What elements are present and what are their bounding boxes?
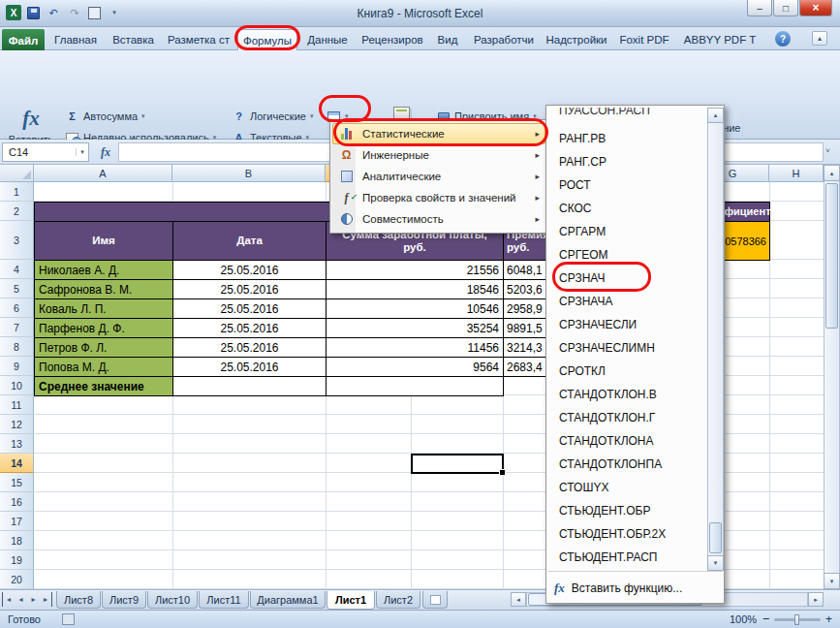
menu-item-engineering[interactable]: Инженерные ▸	[332, 144, 545, 166]
restore-icon[interactable]: □	[773, 0, 798, 16]
table-header-date[interactable]: Дата	[172, 221, 327, 261]
zoom-out-icon[interactable]: −	[762, 612, 770, 626]
row-header-18[interactable]: 18	[0, 531, 34, 550]
submenu-item[interactable]: РОСТ	[546, 173, 707, 197]
sheet-tab-list10[interactable]: Лист10	[147, 591, 198, 609]
next-sheet-icon[interactable]: ▸	[27, 592, 40, 607]
submenu-item[interactable]: СТЬЮДЕНТ.РАСП	[546, 546, 707, 569]
menu-item-compatibility[interactable]: Совместимость ▸	[332, 208, 545, 230]
cell-date[interactable]: 25.05.2016	[172, 337, 327, 358]
cell-salary[interactable]: 10546	[326, 298, 504, 319]
row-header-19[interactable]: 19	[0, 550, 34, 570]
submenu-item[interactable]: СТАНДОТКЛОН.Г	[546, 406, 707, 429]
insert-function-fx-button[interactable]: fx	[95, 142, 116, 162]
submenu-item[interactable]: СРЗНАЧА	[546, 290, 707, 313]
help-icon[interactable]: ?	[775, 31, 791, 47]
cell-date[interactable]: 25.05.2016	[172, 279, 327, 299]
submenu-item-clipped[interactable]: ПУАССОН.РАСП	[546, 108, 707, 127]
row-header-3[interactable]: 3	[0, 221, 34, 260]
column-header-a[interactable]: A	[34, 165, 172, 182]
cell-name[interactable]: Попова М. Д.	[34, 357, 173, 377]
submenu-item[interactable]: СРЗНАЧЕСЛИ	[546, 313, 707, 336]
cell-name[interactable]: Парфенов Д. Ф.	[34, 318, 173, 338]
tab-formulas[interactable]: Формулы	[237, 29, 297, 51]
row-header-7[interactable]: 7	[0, 318, 34, 337]
cell-name[interactable]: Сафронова В. М.	[34, 279, 173, 299]
cell-salary[interactable]: 21556	[326, 260, 504, 280]
cell-name[interactable]: Николаев А. Д.	[34, 260, 173, 280]
submenu-item[interactable]: СРГАРМ	[546, 220, 707, 243]
hscroll-left-icon[interactable]: ◂	[511, 592, 526, 607]
cell-empty[interactable]	[172, 376, 327, 396]
submenu-item[interactable]: СРОТКЛ	[546, 360, 707, 383]
row-header-14[interactable]: 14	[0, 454, 34, 473]
last-sheet-icon[interactable]: ▸	[40, 592, 52, 607]
cell-salary[interactable]: 35254	[326, 318, 504, 338]
cell-name[interactable]: Петров Ф. Л.	[34, 337, 173, 358]
sheet-tab-list8[interactable]: Лист8	[56, 591, 101, 609]
cell-average-label[interactable]: Среднее значение	[34, 376, 173, 396]
zoom-level[interactable]: 100%	[730, 613, 757, 625]
row-header-4[interactable]: 4	[0, 260, 34, 279]
minimize-icon[interactable]: –	[747, 0, 772, 16]
zoom-in-icon[interactable]: +	[825, 612, 832, 626]
close-icon[interactable]: ×	[799, 0, 832, 16]
row-header-20[interactable]: 20	[0, 570, 34, 589]
select-all-corner[interactable]	[0, 165, 34, 182]
submenu-item[interactable]: СРЗНАЧЕСЛИМН	[546, 336, 707, 360]
cell-date[interactable]: 25.05.2016	[172, 260, 327, 280]
table-header-name[interactable]: Имя	[34, 221, 173, 261]
sheet-tab-list9[interactable]: Лист9	[102, 591, 146, 609]
cell-date[interactable]: 25.05.2016	[172, 318, 327, 338]
selected-cell-c14[interactable]	[411, 454, 504, 474]
submenu-item-srznach[interactable]: СРЗНАЧ	[546, 267, 707, 290]
tab-home[interactable]: Главная	[47, 29, 104, 50]
expand-formula-bar-icon[interactable]: ˅	[825, 146, 830, 155]
row-header-5[interactable]: 5	[0, 279, 34, 298]
collapse-ribbon-icon[interactable]: ▴	[812, 31, 827, 46]
vertical-scroll-thumb[interactable]	[825, 183, 838, 329]
row-header-9[interactable]: 9	[0, 357, 34, 376]
prev-sheet-icon[interactable]: ◂	[15, 592, 27, 607]
sheet-tab-list2[interactable]: Лист2	[376, 591, 420, 609]
row-header-6[interactable]: 6	[0, 298, 34, 318]
cell-date[interactable]: 25.05.2016	[172, 298, 327, 319]
submenu-scroll-thumb[interactable]	[709, 522, 722, 553]
insert-function-menu-item[interactable]: Вставить функцию...	[546, 574, 724, 603]
row-header-2[interactable]: 2	[0, 202, 34, 221]
submenu-item[interactable]: СТОШYX	[546, 476, 707, 499]
submenu-item[interactable]: СТАНДОТКЛОНА	[546, 429, 707, 453]
column-header-b[interactable]: B	[172, 165, 326, 182]
macro-record-icon[interactable]	[62, 613, 75, 625]
row-header-12[interactable]: 12	[0, 415, 34, 434]
row-header-15[interactable]: 15	[0, 473, 34, 492]
tab-insert[interactable]: Вставка	[107, 29, 160, 50]
submenu-scroll-up-icon[interactable]: ▴	[707, 108, 724, 123]
autosum-button[interactable]: Σ Автосумма▾	[62, 107, 227, 126]
tab-view[interactable]: Вид	[430, 29, 465, 50]
zoom-slider-thumb[interactable]	[794, 614, 799, 625]
submenu-scrollbar[interactable]	[707, 108, 724, 571]
hscroll-right-icon[interactable]: ▸	[808, 592, 824, 607]
row-header-13[interactable]: 13	[0, 434, 34, 454]
scroll-down-icon[interactable]: ▾	[824, 573, 840, 589]
tab-developer[interactable]: Разработчи	[468, 29, 540, 50]
row-header-10[interactable]: 10	[0, 376, 34, 395]
submenu-item[interactable]: СКОС	[546, 197, 707, 220]
tab-review[interactable]: Рецензиров	[358, 29, 427, 50]
name-box[interactable]: C14 ▾	[2, 142, 89, 162]
submenu-item[interactable]: РАНГ.СР	[546, 150, 707, 173]
insert-worksheet-icon[interactable]	[422, 591, 448, 609]
row-header-16[interactable]: 16	[0, 492, 34, 512]
sheet-tab-diagram1[interactable]: Диаграмма1	[250, 591, 326, 609]
row-header-11[interactable]: 11	[0, 395, 34, 415]
menu-item-analytical[interactable]: Аналитические ▸	[332, 166, 545, 187]
submenu-item[interactable]: СТАНДОТКЛОН.В	[546, 383, 707, 406]
submenu-item[interactable]: СТЬЮДЕНТ.ОБР	[546, 499, 707, 522]
cell-salary[interactable]: 18546	[326, 279, 504, 299]
cell-salary[interactable]: 9564	[326, 357, 504, 377]
tab-foxit-pdf[interactable]: Foxit PDF	[613, 29, 675, 50]
row-header-8[interactable]: 8	[0, 337, 34, 357]
tab-addins[interactable]: Надстройки	[543, 29, 610, 50]
tab-abbyy-pdf[interactable]: ABBYY PDF T	[678, 29, 762, 50]
